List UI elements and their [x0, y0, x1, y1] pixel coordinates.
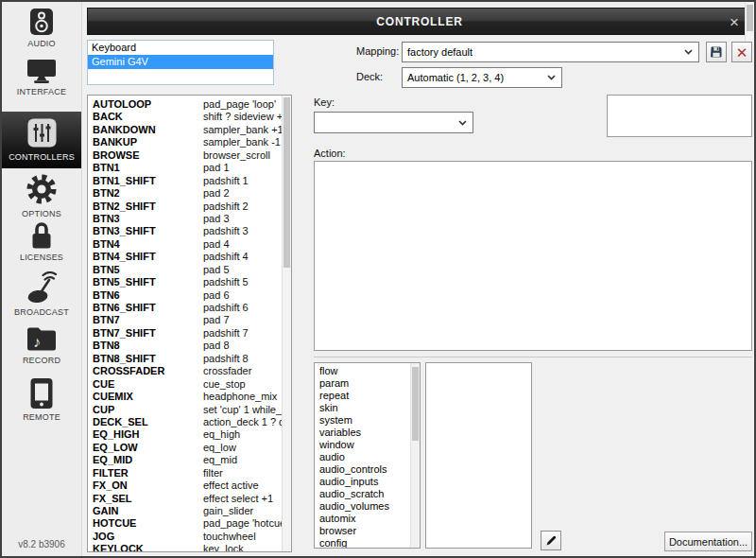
delete-mapping-button[interactable]: ✕ — [731, 42, 752, 62]
controls-mapping-list[interactable]: AUTOLOOP pad_page 'loop' BACK shift ? si… — [87, 95, 292, 552]
control-action: filter — [203, 467, 291, 480]
mapping-row[interactable]: EQ_LOW eq_low — [88, 442, 291, 454]
mapping-row[interactable]: EQ_MID eq_mid — [88, 454, 291, 466]
sidebar-item-interface[interactable]: INTERFACE — [2, 59, 81, 96]
action-category-item[interactable]: flow — [315, 365, 420, 377]
mapping-row[interactable]: FX_ON effect active — [88, 480, 291, 492]
mapping-select[interactable]: factory default — [402, 42, 699, 62]
version-label: v8.2 b3906 — [2, 539, 81, 549]
control-key: BTN4_SHIFT — [93, 251, 203, 263]
mapping-row[interactable]: CUEMIX headphone_mix — [88, 391, 291, 403]
control-action: pad 2 — [203, 187, 291, 200]
action-category-item[interactable]: audio_scratch — [315, 488, 420, 500]
mapping-row[interactable]: BTN1_SHIFT padshift 1 — [88, 175, 291, 187]
documentation-button[interactable]: Documentation... — [664, 532, 752, 551]
control-key: BACK — [93, 111, 203, 123]
action-category-item[interactable]: browser — [315, 525, 420, 537]
mapping-row[interactable]: FX_SEL effect select +1 — [88, 493, 291, 505]
control-key: BANKDOWN — [93, 124, 203, 136]
sidebar-item-controllers[interactable]: CONTROLLERS — [2, 112, 81, 168]
mapping-row[interactable]: BTN3 pad 3 — [88, 213, 291, 225]
device-list-item[interactable]: Keyboard — [88, 41, 273, 55]
sidebar-item-record[interactable]: ♪ RECORD — [2, 324, 81, 365]
mapping-row[interactable]: BTN5_SHIFT padshift 5 — [88, 276, 291, 288]
mapping-row[interactable]: BTN4_SHIFT padshift 4 — [88, 251, 291, 263]
mapping-row[interactable]: BTN6 pad 6 — [88, 289, 291, 302]
control-action: eq_high — [203, 428, 291, 441]
action-category-item[interactable]: audio_inputs — [315, 476, 420, 488]
mapping-row[interactable]: FILTER filter — [88, 467, 291, 480]
action-sublist[interactable] — [425, 362, 532, 549]
mapping-row[interactable]: BROWSE browser_scroll — [88, 149, 291, 162]
mapping-row[interactable]: HOTCUE pad_page 'hotcues' — [88, 517, 291, 530]
deck-value: Automatic (1, 2, 3, 4) — [407, 72, 504, 83]
action-category-item[interactable]: audio — [315, 451, 420, 463]
control-action: pad 5 — [203, 264, 291, 276]
mapping-row[interactable]: BTN3_SHIFT padshift 3 — [88, 225, 291, 237]
mapping-row[interactable]: EQ_HIGH eq_high — [88, 428, 291, 441]
mapping-row[interactable]: CROSSFADER crossfader — [88, 365, 291, 377]
control-key: BTN5_SHIFT — [93, 276, 203, 288]
actions-list-scrollbar[interactable] — [410, 363, 420, 548]
control-key: BTN7 — [93, 314, 203, 326]
deck-select[interactable]: Automatic (1, 2, 3, 4) — [402, 67, 562, 88]
control-key: BTN8 — [93, 340, 203, 352]
mapping-row[interactable]: DECK_SEL action_deck 1 ? deck 3 — [88, 416, 291, 428]
action-category-item[interactable]: config — [315, 537, 420, 549]
mapping-row[interactable]: CUP set 'cup' 1 while_press — [88, 404, 291, 416]
controller-settings-window: AUDIO INTERFACE CONTROLLERS — [0, 0, 756, 558]
action-category-item[interactable]: automix — [315, 513, 420, 525]
action-category-item[interactable]: window — [315, 439, 420, 451]
action-category-item[interactable]: variables — [315, 427, 420, 439]
close-icon[interactable]: × — [730, 13, 739, 29]
mapping-row[interactable]: BTN8_SHIFT padshift 8 — [88, 353, 291, 365]
key-learn-box[interactable] — [607, 95, 752, 137]
mapping-row[interactable]: GAIN gain_slider — [88, 505, 291, 517]
device-list[interactable]: Keyboard Gemini G4V — [87, 40, 274, 85]
scrollbar-thumb[interactable] — [412, 367, 419, 441]
scrollbar-thumb[interactable] — [747, 5, 753, 31]
mapping-row[interactable]: AUTOLOOP pad_page 'loop' — [88, 98, 291, 111]
action-category-item[interactable]: audio_controls — [315, 463, 420, 476]
mapping-row[interactable]: BTN6_SHIFT padshift 6 — [88, 302, 291, 314]
mapping-row[interactable]: BTN2_SHIFT padshift 2 — [88, 201, 291, 213]
mapping-row[interactable]: JOG touchwheel — [88, 531, 291, 543]
action-category-item[interactable]: audio_volumes — [315, 500, 420, 513]
mapping-row[interactable]: CUE cue_stop — [88, 378, 291, 391]
mapping-row[interactable]: BTN7 pad 7 — [88, 314, 291, 326]
sidebar-item-options[interactable]: OPTIONS — [2, 172, 81, 218]
sidebar-item-broadcast[interactable]: BROADCAST — [2, 271, 81, 317]
mapping-row[interactable]: BACK shift ? sideview +1 : br — [88, 111, 291, 123]
sidebar-item-audio[interactable]: AUDIO — [2, 8, 81, 48]
mapping-row[interactable]: BANKDOWN sampler_bank +1 — [88, 124, 291, 136]
control-action: key_lock — [203, 543, 291, 552]
control-key: JOG — [93, 531, 203, 543]
mapping-row[interactable]: BTN1 pad 1 — [88, 162, 291, 174]
mapping-row[interactable]: BTN4 pad 4 — [88, 238, 291, 251]
action-category-item[interactable]: repeat — [315, 390, 420, 402]
action-category-item[interactable]: system — [315, 414, 420, 427]
action-editor[interactable] — [314, 161, 752, 351]
action-category-item[interactable]: skin — [315, 402, 420, 414]
sidebar-item-remote[interactable]: REMOTE — [2, 377, 81, 422]
control-key: EQ_MID — [93, 454, 203, 466]
scrollbar-thumb[interactable] — [284, 97, 290, 268]
mapping-row[interactable]: BANKUP sampler_bank -1 — [88, 136, 291, 148]
lock-icon — [28, 220, 55, 250]
control-key: BTN2 — [93, 187, 203, 200]
mapping-row[interactable]: BTN5 pad 5 — [88, 264, 291, 276]
edit-action-button[interactable] — [541, 531, 561, 550]
device-list-item[interactable]: Gemini G4V — [88, 55, 273, 69]
action-category-item[interactable]: param — [315, 377, 420, 390]
control-key: BTN1 — [93, 162, 203, 174]
mapping-row[interactable]: BTN2 pad 2 — [88, 187, 291, 200]
mapping-row[interactable]: BTN8 pad 8 — [88, 340, 291, 352]
key-select[interactable] — [314, 112, 473, 133]
save-mapping-button[interactable] — [706, 42, 727, 62]
device-list-scrollbar[interactable] — [745, 2, 754, 45]
sidebar-item-licenses[interactable]: LICENSES — [2, 220, 81, 262]
mapping-list-scrollbar[interactable] — [282, 96, 291, 551]
mapping-row[interactable]: KEYLOCK key_lock — [88, 543, 291, 552]
action-categories-list[interactable]: flow param repeat skin system variables … — [314, 362, 421, 549]
mapping-row[interactable]: BTN7_SHIFT padshift 7 — [88, 327, 291, 340]
